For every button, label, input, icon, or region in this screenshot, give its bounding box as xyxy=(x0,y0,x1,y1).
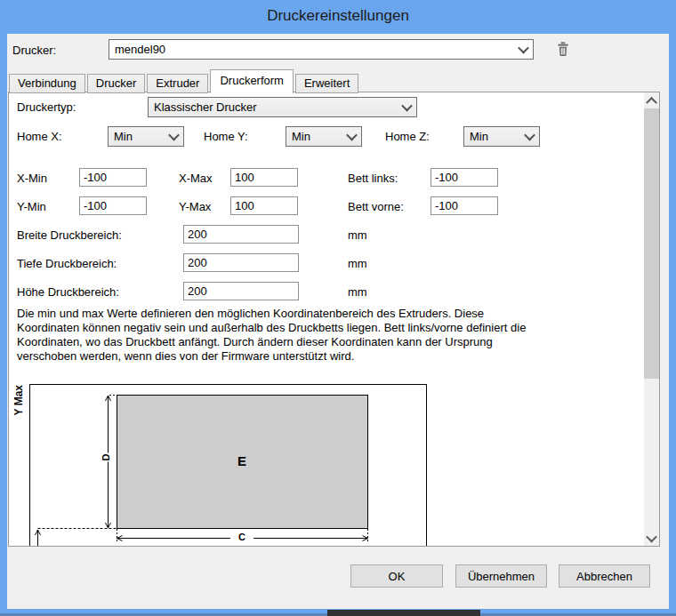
x-min-input[interactable] xyxy=(79,168,147,187)
bed-left-label: Bett links: xyxy=(348,172,398,185)
print-height-input[interactable] xyxy=(183,282,299,300)
chevron-down-icon xyxy=(518,43,529,54)
diagram-bed-label: E xyxy=(117,453,367,468)
print-depth-label: Tiefe Druckbereich: xyxy=(17,257,117,270)
home-x-select[interactable]: Min xyxy=(108,126,184,147)
scrollbar-thumb[interactable] xyxy=(644,108,659,379)
chevron-down-icon xyxy=(524,130,535,141)
home-y-label: Home Y: xyxy=(204,130,248,143)
print-width-unit: mm xyxy=(348,228,367,242)
description-text: Die min und max Werte definieren den mög… xyxy=(17,307,586,364)
home-x-label: Home X: xyxy=(17,130,62,143)
printer-type-value: Klassischer Drucker xyxy=(154,100,257,114)
scrollbar-up-button[interactable] xyxy=(644,92,659,108)
printer-label: Drucker: xyxy=(12,44,56,57)
printer-type-select[interactable]: Klassischer Drucker xyxy=(148,97,417,117)
print-depth-input[interactable] xyxy=(183,253,299,272)
tab-drucker[interactable]: Drucker xyxy=(87,74,146,93)
home-z-select[interactable]: Min xyxy=(463,126,540,147)
y-max-label: Y-Max xyxy=(179,200,211,213)
title-bar: Druckereinstellungen xyxy=(0,0,676,34)
cancel-button[interactable]: Abbrechen xyxy=(559,564,650,588)
bed-front-input[interactable] xyxy=(431,196,498,215)
print-depth-unit: mm xyxy=(348,257,367,270)
home-z-label: Home Z: xyxy=(385,130,430,143)
ok-button[interactable]: OK xyxy=(350,564,443,588)
chevron-up-icon xyxy=(646,97,657,108)
x-max-label: X-Max xyxy=(179,172,213,185)
description-line: Koordinaten können negativ sein und auße… xyxy=(17,321,586,335)
dialog-title: Druckereinstellungen xyxy=(0,7,676,25)
background-window-fragment xyxy=(327,610,480,616)
chevron-down-icon xyxy=(168,130,180,141)
printer-type-label: Druckertyp: xyxy=(17,100,76,114)
bed-left-input[interactable] xyxy=(431,168,498,187)
delete-printer-button[interactable] xyxy=(555,41,573,59)
printer-combobox-value: mendel90 xyxy=(115,43,165,56)
chevron-down-icon xyxy=(401,100,413,112)
bed-front-label: Bett vorne: xyxy=(348,200,404,213)
home-x-value: Min xyxy=(114,130,133,143)
chevron-down-icon xyxy=(646,532,657,543)
print-width-label: Breite Druckbereich: xyxy=(17,228,122,242)
y-max-input[interactable] xyxy=(230,196,298,215)
tab-content-panel: Druckertyp: Klassischer Drucker Home X: … xyxy=(8,92,660,547)
diagram-width-label: C xyxy=(230,532,254,542)
description-line: Die min und max Werte definieren den mög… xyxy=(17,307,586,321)
print-height-label: Höhe Druckbereich: xyxy=(17,285,119,299)
x-max-input[interactable] xyxy=(230,168,298,187)
description-line: verschoben werden, wenn dies von der Fir… xyxy=(17,349,586,364)
tab-bar: Verbindung Drucker Extruder Druckerform … xyxy=(9,69,360,93)
printer-settings-dialog: { "window": { "title": "Druckereinstellu… xyxy=(0,0,676,616)
y-min-label: Y-Min xyxy=(17,200,46,213)
tab-extruder[interactable]: Extruder xyxy=(147,74,208,93)
x-min-label: X-Min xyxy=(17,172,47,185)
trash-icon xyxy=(555,41,571,57)
home-z-value: Min xyxy=(470,130,488,143)
scrollbar-down-button[interactable] xyxy=(644,531,659,546)
apply-button[interactable]: Übernehmen xyxy=(455,564,547,588)
home-y-value: Min xyxy=(292,130,310,143)
tab-erweitert[interactable]: Erweitert xyxy=(295,74,358,93)
chevron-down-icon xyxy=(346,130,358,141)
diagram-y-max-label: Y Max xyxy=(12,385,25,415)
y-min-input[interactable] xyxy=(79,196,147,215)
vertical-scrollbar[interactable] xyxy=(644,92,659,546)
home-y-select[interactable]: Min xyxy=(286,126,362,147)
tab-verbindung[interactable]: Verbindung xyxy=(9,74,85,93)
diagram-depth-label: D xyxy=(101,453,112,462)
description-line: Koordinaten, wo das Druckbett anfängt. D… xyxy=(17,335,586,349)
printer-combobox[interactable]: mendel90 xyxy=(109,39,534,60)
print-width-input[interactable] xyxy=(183,225,299,244)
print-height-unit: mm xyxy=(348,285,367,299)
tab-druckerform[interactable]: Druckerform xyxy=(210,69,294,93)
